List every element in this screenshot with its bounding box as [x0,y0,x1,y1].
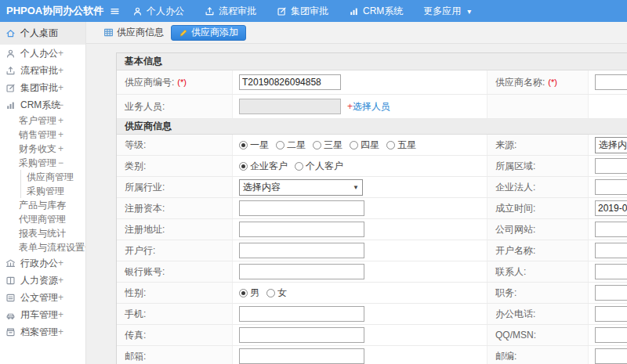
founding-date-input[interactable] [595,200,627,216]
registered-capital-input[interactable] [239,200,364,216]
bank-account-field [233,261,487,282]
office-phone-input[interactable] [595,306,627,322]
star-level-option[interactable]: 三星 [313,139,342,152]
star-level-option[interactable]: 四星 [350,139,379,152]
tab-supplier-info[interactable]: 供应商信息 [103,26,164,39]
company-website-input[interactable] [595,222,627,237]
expand-icon[interactable]: + [58,258,63,268]
collapse-icon[interactable]: − [58,99,63,110]
supplier-code-label: 供应商编号:(*) [117,70,233,94]
radio-selected-icon[interactable] [239,162,248,171]
nav-crm-system[interactable]: CRM系统 [349,5,403,18]
source-select[interactable]: 选择内容▼ [595,137,627,153]
region-input[interactable] [595,158,627,174]
star-level-option[interactable]: 五星 [386,139,416,152]
book-icon [5,276,16,286]
sidebar-item-personal-desktop[interactable]: 个人桌面 [0,22,85,45]
fax-input[interactable] [239,327,364,343]
legal-person-input[interactable] [595,179,627,195]
supplier-name-input[interactable] [595,74,627,90]
expand-icon[interactable]: + [58,214,63,225]
sidebar-item-reports-stats[interactable]: 报表与统计 [0,226,85,240]
sidebar-item-label: 客户管理 [19,114,56,128]
form-row: 银行账号:联系人: [117,261,627,283]
sidebar-item-crm-system[interactable]: CRM系统− [0,96,85,114]
contact-person-input[interactable] [595,264,627,279]
expand-icon[interactable]: + [58,82,63,93]
category-radio-group: 企业客户个人客户 [239,160,350,173]
radio-unselected-icon[interactable] [266,289,275,297]
radio-unselected-icon[interactable] [276,141,285,150]
sidebar-item-form-flow-settings[interactable]: 表单与流程设置+ [0,240,85,254]
business-staff-input[interactable] [239,99,341,114]
sidebar-item-label: 个人桌面 [20,27,58,40]
gender-option[interactable]: 男 [239,287,259,300]
sidebar-item-workflow-approval[interactable]: 流程审批+ [0,62,85,79]
sidebar-item-sales-mgmt[interactable]: 销售管理+ [0,128,85,142]
sidebar-item-human-resources[interactable]: 人力资源+ [0,272,85,289]
radio-selected-icon[interactable] [239,141,248,150]
bank-branch-input[interactable] [239,243,364,258]
sidebar-item-personal-office[interactable]: 个人办公+ [0,45,85,62]
mobile-input[interactable] [239,306,364,322]
expand-icon[interactable]: + [58,292,63,303]
sidebar-item-group-approval[interactable]: 集团审批+ [0,79,85,96]
nav-group-approval[interactable]: 集团审批 [277,5,328,18]
qq-msn-label: QQ/MSN: [487,325,589,345]
category-option[interactable]: 企业客户 [239,160,288,173]
star-level-option[interactable]: 一星 [239,139,269,152]
sidebar-item-agent-mgmt[interactable]: 代理商管理+ [0,212,85,226]
email-input[interactable] [239,348,364,364]
form-row: 业务人员:+选择人员 [117,95,627,119]
sidebar-item-purchase-mgmt[interactable]: 采购管理− [0,156,85,170]
industry-select[interactable]: 选择内容▼ [239,179,363,196]
expand-icon[interactable]: + [58,65,63,76]
expand-icon[interactable]: + [58,309,63,320]
star-level-option[interactable]: 二星 [276,139,306,152]
nav-more-apps[interactable]: 更多应用▾ [423,5,471,18]
radio-selected-icon[interactable] [239,289,248,297]
expand-icon[interactable]: + [58,326,63,337]
position-input[interactable] [595,285,627,301]
sidebar-item-archive-mgmt[interactable]: 档案管理+ [0,323,85,341]
sidebar-item-finance-inout[interactable]: 财务收支+ [0,142,85,156]
sidebar-item-vehicle-mgmt[interactable]: 用车管理+ [0,306,85,323]
sidebar-item-document-mgmt[interactable]: 公文管理+ [0,289,85,306]
nav-label: CRM系统 [363,5,403,18]
gender-option[interactable]: 女 [266,287,287,300]
sidebar-item-label: 财务收支 [19,142,56,156]
zip-code-input[interactable] [595,348,627,364]
sidebar-item-label: 行政办公 [20,257,58,270]
form-row: 邮箱:邮编: [117,346,627,364]
account-name-input[interactable] [595,243,627,258]
nav-workflow-approval[interactable]: 流程审批 [205,5,256,18]
expand-icon[interactable]: + [58,143,63,154]
qq-msn-input[interactable] [595,327,627,343]
category-option[interactable]: 个人客户 [295,160,343,173]
tab-supplier-add[interactable]: 供应商添加 [171,25,246,41]
radio-unselected-icon[interactable] [295,162,303,171]
sidebar-item-product-inventory[interactable]: 产品与库存+ [0,198,85,212]
sidebar-item-supplier-mgmt[interactable]: 供应商管理 [0,170,85,184]
sidebar-item-customer-mgmt[interactable]: 客户管理+ [0,114,85,128]
hamburger-menu-icon[interactable] [110,6,120,16]
sidebar-item-purchasing-mgmt[interactable]: 采购管理 [0,184,85,198]
expand-icon[interactable]: + [58,200,63,211]
radio-unselected-icon[interactable] [313,141,321,150]
expand-icon[interactable]: + [58,48,63,59]
sidebar-item-admin-office[interactable]: 行政办公+ [0,254,85,272]
expand-icon[interactable]: + [58,275,63,286]
bank-account-input[interactable] [239,264,364,279]
radio-unselected-icon[interactable] [350,141,358,150]
expand-icon[interactable]: + [58,129,63,140]
registered-address-input[interactable] [239,222,364,237]
app-window: PHPOA协同办公软件 个人办公流程审批集团审批CRM系统更多应用▾ 个人桌面个… [0,0,627,364]
choose-staff-link[interactable]: +选择人员 [347,100,390,114]
form-row: 供应商编号:(*)供应商名称:(*) [117,70,627,95]
nav-personal-office[interactable]: 个人办公 [132,5,184,18]
collapse-icon[interactable]: − [58,157,63,168]
chart-icon [5,100,16,110]
radio-unselected-icon[interactable] [386,141,395,150]
supplier-code-input[interactable] [239,74,341,90]
expand-icon[interactable]: + [58,115,63,126]
